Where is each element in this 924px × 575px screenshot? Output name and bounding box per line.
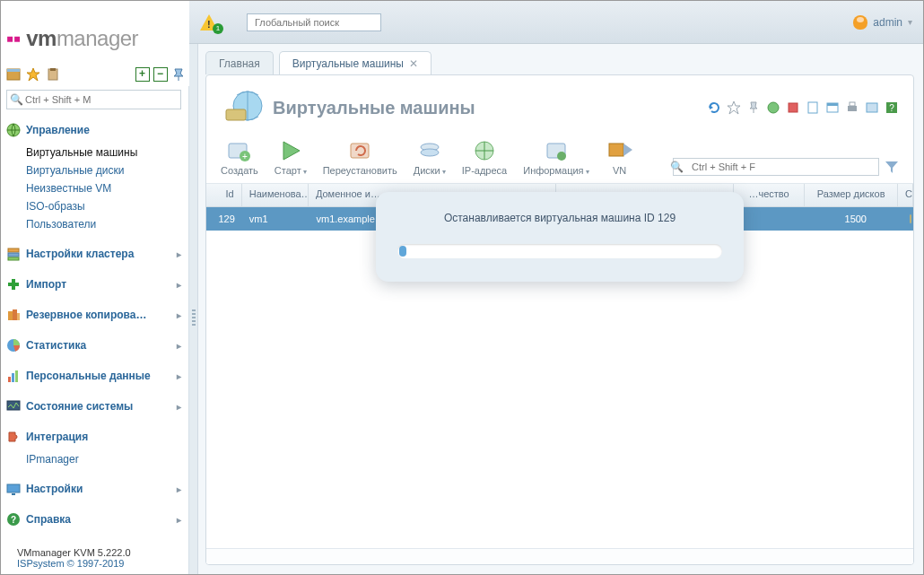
action-vnc[interactable]: VN — [606, 138, 634, 176]
global-search-input[interactable] — [247, 13, 381, 31]
sidebar-resize-handle[interactable] — [189, 44, 198, 574]
chevron-right-icon: ▸ — [177, 515, 181, 525]
progress-modal: Останавливается виртуальная машина ID 12… — [376, 192, 744, 282]
star-icon[interactable] — [26, 67, 40, 82]
filter-icon[interactable] — [885, 160, 899, 174]
action-reinstall[interactable]: Переустановить — [323, 138, 397, 176]
refresh-icon[interactable] — [707, 100, 721, 115]
action-ip[interactable]: IP-адреса — [462, 138, 507, 176]
servers-icon — [6, 247, 21, 261]
section-title: Справка — [26, 513, 71, 526]
svg-rect-45 — [609, 144, 623, 156]
stop-icon[interactable] — [786, 100, 800, 115]
main-area: Главная Виртуальные машины✕ Виртуальные … — [189, 44, 923, 574]
puzzle-icon — [6, 430, 21, 444]
disks-icon — [415, 138, 444, 163]
cell-name: vm1 — [242, 213, 309, 224]
th-name[interactable]: Наименова… — [242, 184, 309, 206]
action-disks[interactable]: Диски▾ — [414, 138, 446, 176]
sidebar-section-management[interactable]: Управление — [6, 120, 181, 140]
sidebar-item-vms[interactable]: Виртуальные машины — [26, 144, 181, 161]
sidebar-item-users[interactable]: Пользователи — [26, 215, 181, 233]
svg-rect-1 — [7, 69, 20, 72]
svg-marker-2 — [27, 68, 39, 81]
svg-rect-15 — [15, 370, 18, 382]
svg-point-25 — [768, 102, 779, 113]
sidebar-item-iso[interactable]: ISO-образы — [26, 197, 181, 215]
action-start[interactable]: Старт▾ — [275, 138, 307, 176]
collapse-all-icon[interactable] — [153, 67, 168, 82]
sidebar-section-import[interactable]: Импорт▸ — [6, 274, 181, 294]
tab-main[interactable]: Главная — [205, 51, 274, 74]
vnc-icon — [606, 138, 634, 163]
sidebar-section-system-state[interactable]: Состояние системы▸ — [6, 396, 181, 416]
tab-bar: Главная Виртуальные машины✕ — [205, 51, 431, 74]
sidebar-section-backup[interactable]: Резервное копирова…▸ — [6, 305, 181, 325]
svg-rect-8 — [8, 257, 19, 260]
svg-text:+: + — [242, 152, 248, 161]
th-id[interactable]: Id — [206, 184, 242, 206]
sidebar-section-settings[interactable]: Настройки▸ — [6, 479, 181, 499]
clipboard-icon[interactable] — [46, 67, 60, 82]
alert-badge[interactable]: ! 1 — [200, 13, 220, 32]
sidebar-section-integration[interactable]: Интеграция — [6, 427, 181, 447]
svg-point-41 — [421, 149, 439, 156]
svg-rect-4 — [50, 68, 56, 71]
progress-bar — [397, 244, 722, 258]
close-icon[interactable]: ✕ — [409, 57, 418, 70]
window-icon[interactable] — [825, 100, 840, 115]
svg-rect-27 — [808, 102, 817, 113]
display-icon — [6, 482, 21, 496]
th-qty[interactable]: …чество — [734, 184, 805, 206]
logo-symbol: ▪▪ — [6, 26, 26, 50]
sidebar-section-stats[interactable]: Статистика▸ — [6, 335, 181, 355]
panel-title: Виртуальные машины — [273, 98, 475, 118]
svg-point-44 — [557, 152, 566, 161]
star-outline-icon[interactable] — [727, 100, 741, 115]
sidebar-item-vdisks[interactable]: Виртуальные диски — [26, 161, 181, 179]
copyright-text: ISPsystem © 1997-2019 — [17, 558, 131, 569]
table-search-input[interactable] — [673, 158, 879, 176]
th-disk-size[interactable]: Размер дисков — [805, 184, 898, 206]
user-menu[interactable]: admin ▾ — [853, 15, 912, 30]
vm-globe-icon — [221, 86, 264, 129]
modal-message: Останавливается виртуальная машина ID 12… — [397, 212, 722, 224]
sidebar-item-ipmanager[interactable]: IPmanager — [26, 450, 181, 468]
pin-icon[interactable] — [171, 67, 186, 82]
settings-icon[interactable] — [865, 100, 879, 115]
tab-vms[interactable]: Виртуальные машины✕ — [279, 51, 431, 74]
sidebar-section-personal-data[interactable]: Персональные данные▸ — [6, 366, 181, 386]
layout-icon[interactable] — [6, 67, 21, 82]
globe-small-icon[interactable] — [766, 100, 780, 115]
svg-marker-23 — [710, 105, 713, 109]
svg-marker-38 — [283, 142, 300, 160]
panel-small-toolbar: ? — [707, 100, 899, 115]
print-icon[interactable] — [845, 100, 859, 115]
svg-rect-10 — [13, 309, 17, 320]
svg-rect-22 — [226, 109, 246, 120]
cell-state — [902, 213, 913, 224]
help-small-icon[interactable]: ? — [885, 100, 899, 115]
sidebar-search-input[interactable] — [6, 90, 181, 109]
doc-icon[interactable] — [806, 100, 820, 115]
action-create[interactable]: +Создать — [221, 138, 258, 176]
user-name: admin — [873, 16, 902, 29]
expand-all-icon[interactable] — [135, 67, 150, 82]
sidebar-section-help[interactable]: ? Справка▸ — [6, 510, 181, 529]
sidebar-item-unknown-vm[interactable]: Неизвестные VM — [26, 179, 181, 197]
sidebar-section-cluster-settings[interactable]: Настройки кластера▸ — [6, 244, 181, 264]
chevron-right-icon: ▸ — [177, 371, 181, 381]
action-info[interactable]: Информация▾ — [523, 138, 588, 176]
th-state[interactable]: Состоя — [898, 184, 913, 206]
svg-rect-32 — [867, 103, 877, 112]
pin-small-icon[interactable] — [746, 100, 761, 115]
mini-toolbar — [6, 64, 186, 85]
svg-rect-31 — [850, 102, 855, 106]
new-vm-icon: + — [225, 138, 254, 163]
chevron-right-icon: ▸ — [177, 484, 181, 494]
cell-id: 129 — [206, 213, 242, 224]
action-bar: +Создать Старт▾ Переустановить Диски▾ IP… — [206, 135, 913, 184]
logo-bold: vm — [26, 26, 57, 50]
barchart-icon — [6, 369, 21, 383]
svg-text:?: ? — [889, 103, 894, 113]
